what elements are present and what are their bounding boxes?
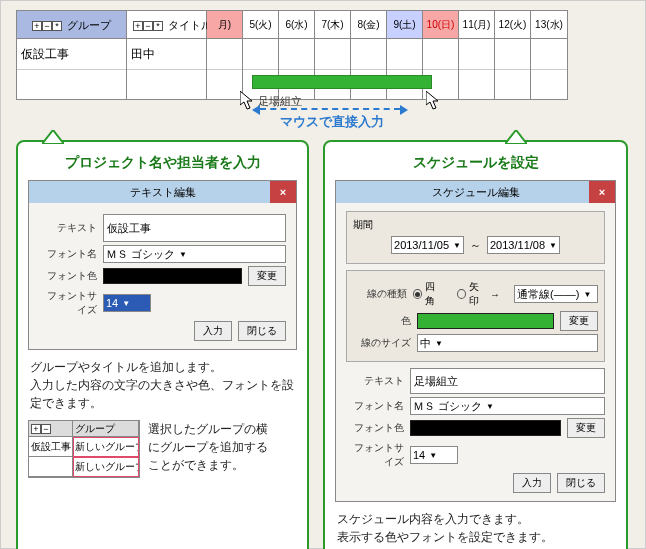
- font-name-label: フォント名: [346, 399, 404, 413]
- day-header: 9(土): [387, 11, 422, 39]
- title-column: +−* タイトル 田中: [127, 11, 207, 99]
- title-header-label: タイトル: [168, 19, 212, 31]
- expand-collapse-icons[interactable]: +−*: [32, 21, 62, 31]
- panel-title: プロジェクト名や担当者を入力: [28, 154, 297, 172]
- input-button[interactable]: 入力: [194, 321, 232, 341]
- font-color-swatch: [103, 268, 242, 284]
- close-icon[interactable]: ×: [270, 181, 296, 203]
- text-input[interactable]: [103, 214, 286, 242]
- date-from-select[interactable]: 2013/11/05▼: [391, 236, 464, 254]
- change-color-button[interactable]: 変更: [248, 266, 286, 286]
- drag-hint-text: マウスで直接入力: [280, 113, 384, 131]
- day-header: 8(金): [351, 11, 386, 39]
- radio-rect[interactable]: 四角: [413, 280, 444, 308]
- dialog-title-text: テキスト編集: [130, 186, 196, 198]
- date-separator: ～: [470, 238, 481, 253]
- drag-hint-line: [260, 108, 400, 110]
- gantt-bar[interactable]: [252, 75, 432, 89]
- group-header-cell[interactable]: +−* グループ: [17, 11, 126, 39]
- line-type-label: 線の種類: [353, 287, 407, 301]
- line-style-select[interactable]: 通常線(――)▼: [514, 285, 598, 303]
- line-size-select[interactable]: 中▼: [417, 334, 598, 352]
- font-size-select[interactable]: 14▼: [103, 294, 151, 312]
- text-label: テキスト: [346, 374, 404, 388]
- close-icon[interactable]: ×: [589, 181, 615, 203]
- mini-cell-selected[interactable]: 新しいグループ: [73, 437, 139, 457]
- close-button[interactable]: 閉じる: [238, 321, 286, 341]
- mini-group-grid: +− グループ 仮設工事 新しいグループ 新しいグループ: [28, 420, 140, 478]
- radio-arrow[interactable]: 矢印 →: [457, 280, 500, 308]
- line-size-label: 線のサイズ: [353, 336, 411, 350]
- group-header-label: グループ: [67, 19, 111, 31]
- schedule-edit-dialog: スケジュール編集 × 期間 2013/11/05▼ ～ 2013/11/08▼: [335, 180, 616, 502]
- change-color-button[interactable]: 変更: [560, 311, 598, 331]
- day-header: 12(火): [495, 11, 530, 39]
- panel-title: スケジュールを設定: [335, 154, 616, 172]
- expand-collapse-icons[interactable]: +−*: [133, 21, 163, 31]
- day-header: 月): [207, 11, 242, 39]
- gantt-bar-label: 足場組立: [258, 94, 302, 109]
- dialog-titlebar[interactable]: スケジュール編集 ×: [336, 181, 615, 203]
- panel-description: グループやタイトルを追加します。 入力した内容の文字の大きさや色、フォントを設定…: [30, 358, 295, 412]
- svg-marker-1: [426, 91, 438, 109]
- font-size-label: フォントサイズ: [39, 289, 97, 317]
- input-button[interactable]: 入力: [513, 473, 551, 493]
- font-name-label: フォント名: [39, 247, 97, 261]
- title-cell[interactable]: 田中: [127, 39, 206, 69]
- mini-cell[interactable]: [29, 457, 73, 477]
- day-header: 10(日): [423, 11, 458, 39]
- day-header: 5(火): [243, 11, 278, 39]
- font-size-select[interactable]: 14▼: [410, 446, 458, 464]
- font-name-select[interactable]: ＭＳ ゴシック▼: [103, 245, 286, 263]
- text-label: テキスト: [39, 221, 97, 235]
- group-cell[interactable]: 仮設工事: [17, 39, 126, 69]
- date-to-select[interactable]: 2013/11/08▼: [487, 236, 560, 254]
- font-size-label: フォントサイズ: [346, 441, 404, 469]
- period-label: 期間: [353, 218, 598, 232]
- dialog-title-text: スケジュール編集: [432, 186, 520, 198]
- mini-group-header: グループ: [73, 421, 139, 437]
- text-input[interactable]: [410, 368, 605, 394]
- font-name-select[interactable]: ＭＳ ゴシック▼: [410, 397, 605, 415]
- mini-cell[interactable]: 仮設工事: [29, 437, 73, 457]
- close-button[interactable]: 閉じる: [557, 473, 605, 493]
- dialog-titlebar[interactable]: テキスト編集 ×: [29, 181, 296, 203]
- mini-grid-description: 選択したグループの横にグループを追加することができます。: [148, 420, 268, 474]
- bar-color-swatch: [417, 313, 554, 329]
- svg-marker-0: [240, 91, 252, 109]
- bar-color-label: 色: [353, 314, 411, 328]
- change-font-color-button[interactable]: 変更: [567, 418, 605, 438]
- font-color-label: フォント色: [346, 421, 404, 435]
- day-header: 13(水): [531, 11, 567, 39]
- mini-cell-selected[interactable]: 新しいグループ: [73, 457, 139, 477]
- title-header-cell[interactable]: +−* タイトル: [127, 11, 206, 39]
- font-color-label: フォント色: [39, 269, 97, 283]
- svg-marker-2: [42, 130, 64, 144]
- group-column: +−* グループ 仮設工事: [17, 11, 127, 99]
- panel-project-input: プロジェクト名や担当者を入力 テキスト編集 × テキスト フォント名 ＭＳ ゴシ…: [16, 140, 309, 549]
- day-header: 11(月): [459, 11, 494, 39]
- gantt-area: 足場組立: [216, 69, 616, 99]
- day-header: 7(木): [315, 11, 350, 39]
- panel-schedule-settings: スケジュールを設定 スケジュール編集 × 期間 2013/11/05▼ ～ 20…: [323, 140, 628, 549]
- mini-tree-icons[interactable]: +−: [29, 421, 73, 437]
- panel-description: スケジュール内容を入力できます。 表示する色やフォントを設定できます。: [337, 510, 614, 546]
- font-color-swatch: [410, 420, 561, 436]
- svg-marker-3: [505, 130, 527, 144]
- cursor-icon: [426, 91, 442, 111]
- day-header: 6(水): [279, 11, 314, 39]
- text-edit-dialog: テキスト編集 × テキスト フォント名 ＭＳ ゴシック▼: [28, 180, 297, 350]
